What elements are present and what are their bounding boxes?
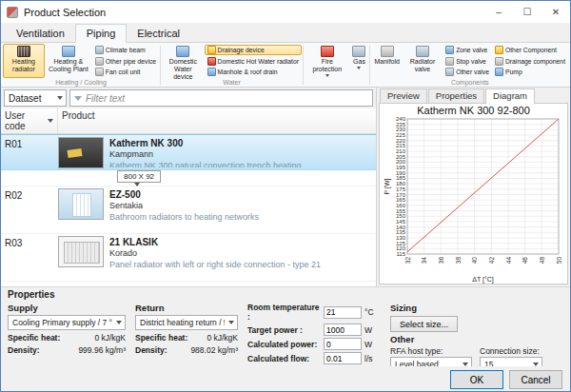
minimize-button[interactable]: – [484,1,513,23]
calculated-flow-field [324,352,362,364]
svg-text:165: 165 [395,197,405,203]
domestic-hot-water-radiator-icon [207,57,216,66]
dialog-footer: OK Cancel [1,366,570,392]
heating-cooling-plant-button[interactable]: Heating & Cooling Plant [45,44,92,78]
filter-input[interactable] [86,93,368,104]
supply-specific-heat-value: 0 kJ/kgK [94,333,126,343]
svg-text:P [W]: P [W] [384,178,391,194]
tab-ventilation[interactable]: Ventilation [6,25,75,42]
svg-text:175: 175 [395,186,405,192]
product-description: Katherm NK 300 natural convection trench… [109,161,374,167]
group-label-components: Components [371,78,568,87]
calculated-power-unit: W [364,340,372,349]
svg-text:205: 205 [395,154,405,160]
ribbon-group-components: Manifold Radiator valve Zone valve Stop … [371,44,568,87]
svg-text:48: 48 [538,257,544,265]
calculated-flow-label: Calculated flow: [247,354,324,363]
fan-coil-unit-button[interactable]: Fan coil unit [92,67,159,78]
room-temperature-input[interactable] [324,306,362,319]
heating-radiator-button[interactable]: Heating radiator [3,44,45,78]
tab-diagram[interactable]: Diagram [485,88,535,104]
chevron-down-icon[interactable] [134,183,140,186]
drainage-component-button[interactable]: Drainage component [492,55,568,67]
ribbon-group-fire-gas: Fire protection Gas [305,44,368,87]
other-label: Other [390,334,563,344]
ok-button[interactable]: OK [450,370,503,389]
size-selector[interactable]: 800 X 92 [117,170,161,183]
svg-text:215: 215 [395,143,405,148]
manifold-button[interactable]: Manifold [371,44,402,78]
return-density-value: 988.02 kg/m³ [190,345,238,355]
calculated-power-label: Calculated power: [247,340,324,349]
radiator-valve-button[interactable]: Radiator valve [403,44,443,78]
product-row-r01[interactable]: R01 Katherm NK 300 Kampmann Katherm NK 3… [1,134,376,170]
room-temperature-unit: °C [364,307,374,317]
svg-text:46: 46 [522,257,528,265]
gas-button[interactable]: Gas [349,44,368,78]
domestic-hot-water-radiator-button[interactable]: Domestic Hot Water radiator [205,55,303,67]
fire-protection-button[interactable]: Fire protection [305,44,349,78]
fire-protection-icon [321,46,334,57]
supply-combo[interactable]: Cooling Primary supply / 7 °C [8,315,126,330]
product-manufacturer: Sentakia [109,201,374,210]
return-density-label: Density: [135,345,167,355]
other-component-button[interactable]: Other Component [492,45,568,56]
ribbon-group-heating-cooling: Heating radiator Heating & Cooling Plant… [3,44,159,87]
chart-title: Katherm NK 300 92-800 [417,105,530,116]
supply-density-value: 999.96 kg/m³ [78,345,126,355]
svg-text:145: 145 [395,219,405,225]
other-valve-icon [445,68,454,76]
chevron-down-icon [57,96,63,100]
product-row-r02[interactable]: R02 EZ-500 Sentakia Bathroom radiators t… [1,186,376,234]
return-combo[interactable]: District heating return / 50 °C [135,315,238,330]
target-power-input[interactable] [324,323,362,336]
svg-text:135: 135 [395,229,405,235]
ribbon: Heating radiator Heating & Cooling Plant… [1,43,570,88]
svg-text:200: 200 [395,159,405,165]
cancel-button[interactable]: Cancel [509,370,562,389]
tab-electrical[interactable]: Electrical [127,25,190,42]
zone-valve-button[interactable]: Zone valve [443,45,492,56]
return-specific-heat-value: 0 kJ/kgK [207,333,238,343]
stop-valve-button[interactable]: Stop valve [443,55,492,67]
svg-text:32: 32 [404,257,410,265]
product-row-r03[interactable]: R03 21 KLASIK Korado Panel radiator with… [1,234,376,282]
select-size-button[interactable]: Select size... [390,316,458,332]
climate-beam-button[interactable]: Climate beam [92,45,159,56]
close-button[interactable]: ✕ [541,1,570,23]
diagram-chart-svg: 1151201251301351401451501551601651701751… [383,116,565,284]
product-title: EZ-500 [109,189,374,200]
drainage-device-button[interactable]: Drainage device [205,45,303,56]
svg-text:42: 42 [487,257,494,265]
product-title: Katherm NK 300 [109,138,374,148]
product-thumbnail [58,137,104,168]
manhole-roof-drain-button[interactable]: Manhole & roof drain [205,67,303,78]
group-label-fire-gas [305,78,368,87]
diagram-chart: Katherm NK 300 92-800 115120125130135140… [379,103,568,284]
domestic-water-device-button[interactable]: Domestic Water device [162,44,204,78]
domestic-water-device-icon [176,46,189,57]
list-toolbar: Dataset [1,88,376,108]
room-temperature-label: Room temperature : [247,303,324,322]
properties-panel: Properties Supply Cooling Primary supply… [1,286,570,366]
heating-radiator-icon [17,46,30,57]
column-header-product[interactable]: Product [58,108,376,133]
other-valve-button[interactable]: Other valve [443,67,492,78]
tab-preview[interactable]: Preview [380,88,427,103]
product-thumbnail [58,236,104,267]
tab-piping[interactable]: Piping [75,24,128,43]
dataset-combo[interactable]: Dataset [4,89,67,107]
svg-text:150: 150 [395,213,405,219]
maximize-button[interactable]: ☐ [513,1,541,23]
pump-button[interactable]: Pump [492,67,568,78]
window-title: Product Selection [24,7,484,18]
tab-properties[interactable]: Properties [428,88,484,103]
column-header-user-code[interactable]: User code [1,108,58,133]
ribbon-separator [369,46,370,85]
product-rows: R01 Katherm NK 300 Kampmann Katherm NK 3… [1,134,376,286]
svg-text:240: 240 [395,116,405,122]
sizing-label: Sizing [390,303,563,313]
other-pipe-device-button[interactable]: Other pipe device [92,55,159,67]
svg-text:44: 44 [504,257,511,265]
svg-text:ΔT [°C]: ΔT [°C] [472,276,494,284]
